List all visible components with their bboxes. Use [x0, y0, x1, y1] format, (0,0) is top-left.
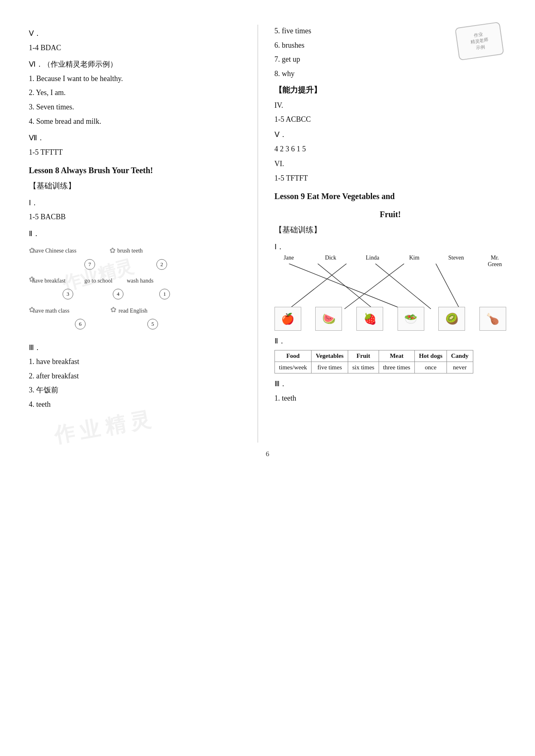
circle-5: 5: [147, 319, 158, 329]
page-number: 6: [29, 450, 506, 458]
food-table: Food Vegetables Fruit Meat Hot dogs Cand…: [274, 350, 473, 373]
circle-1: 1: [159, 289, 170, 299]
td-never: never: [447, 362, 473, 373]
icon-strawberry: 🍓: [356, 307, 383, 331]
I-label: Ⅰ．: [29, 197, 249, 209]
icon-kiwi: 🥝: [438, 307, 465, 331]
IV-label: IV.: [274, 99, 506, 112]
vi-item-2: 2. Yes, I am.: [29, 86, 249, 99]
vii-answer: 1-5 TFTTT: [29, 146, 249, 159]
icons-row: 🍎 🍉 🍓 🥗 🥝 🍗: [274, 307, 506, 331]
td-once: once: [414, 362, 447, 373]
icon-apple: 🍎: [274, 307, 301, 331]
th-food: Food: [274, 350, 311, 362]
v-label: Ⅴ．: [29, 27, 249, 40]
deco-star-5: ✿: [110, 305, 116, 314]
right-column: 5. five times 6. brushes 7. get up 8. wh…: [258, 25, 506, 443]
v-answer: 1-4 BDAC: [29, 42, 249, 54]
circle-3: 3: [63, 289, 73, 299]
td-timesweek: times/week: [274, 362, 311, 373]
th-fruit: Fruit: [348, 350, 379, 362]
deco-star-3: ✿: [29, 275, 35, 284]
III-item-4: 4. teeth: [29, 398, 249, 411]
circle-7: 7: [84, 259, 95, 270]
VI-answer: 1-5 TFTFT: [274, 172, 506, 185]
diag-have-chinese: have Chinese class: [33, 248, 77, 254]
diag-brush-teeth: brush teeth: [117, 248, 143, 254]
right-item-8: 8. why: [274, 67, 506, 80]
diag-wash-hands: wash hands: [127, 278, 154, 284]
th-meat: Meat: [379, 350, 414, 362]
svg-line-1: [318, 264, 373, 309]
circle-4: 4: [113, 289, 123, 299]
td-fivetimes: five times: [312, 362, 348, 373]
nengli-label: 【能力提升】: [274, 84, 506, 96]
jichuxuilian2: 【基础训练】: [274, 224, 506, 236]
VI-label: VI.: [274, 158, 506, 170]
diag-read-english: read English: [119, 308, 147, 314]
diag-have-breakfast: have breakfast: [32, 278, 65, 284]
IV-answer: 1-5 ACBCC: [274, 113, 506, 126]
connect-area: Jane Dick Linda Kim Steven Mr. Green: [274, 255, 506, 331]
th-candy: Candy: [447, 350, 473, 362]
page: 作业精灵老师示例 Ⅴ． 1-4 BDAC Ⅵ．（作业精灵老师示例） 1. Bec…: [0, 0, 535, 756]
vi-label: Ⅵ．（作业精灵老师示例）: [29, 58, 249, 71]
I-answer: 1-5 BACBB: [29, 211, 249, 223]
vi-item-4: 4. Some bread and milk.: [29, 115, 249, 128]
vii-label: Ⅶ．: [29, 132, 249, 144]
svg-line-4: [344, 264, 404, 309]
td-sixtimes: six times: [348, 362, 379, 373]
svg-line-5: [436, 264, 460, 309]
diagram-area: have Chinese class brush teeth have brea…: [29, 243, 173, 337]
td-threetimes: three times: [379, 362, 414, 373]
jichuxuilian: 【基础训练】: [29, 180, 249, 192]
I2-label: Ⅰ．: [274, 241, 506, 253]
vi-item-1: 1. Because I want to be healthy.: [29, 72, 249, 85]
vi-item-3: 3. Seven times.: [29, 101, 249, 114]
wm-left-bottom: 作 业 精 灵: [52, 406, 153, 450]
II2-label: Ⅱ．: [274, 335, 506, 348]
II-label: Ⅱ．: [29, 227, 249, 240]
icon-chicken: 🍗: [479, 307, 506, 331]
V-answer: 4 2 3 6 1 5: [274, 143, 506, 155]
III-item-3: 3. 午饭前: [29, 384, 249, 397]
diag-have-math: have math class: [33, 308, 70, 314]
th-hotdogs: Hot dogs: [414, 350, 447, 362]
stamp: 作业精灵老师示例: [455, 22, 504, 61]
lesson9-title-line1: Lesson 9 Eat More Vegetables and: [274, 190, 506, 202]
th-vegetables: Vegetables: [312, 350, 348, 362]
III2-item-1: 1. teeth: [274, 392, 506, 405]
lesson8-title: Lesson 8 Always Brush Your Teeth!: [29, 164, 249, 176]
III-item-1: 1. have breakfast: [29, 355, 249, 368]
deco-star-4: ✿: [29, 305, 35, 314]
III2-label: Ⅲ．: [274, 378, 506, 390]
svg-line-2: [289, 264, 347, 309]
icon-watermelon: 🍉: [315, 307, 342, 331]
icon-salad: 🥗: [398, 307, 424, 331]
svg-line-3: [375, 264, 431, 309]
left-column: Ⅴ． 1-4 BDAC Ⅵ．（作业精灵老师示例） 1. Because I wa…: [29, 25, 258, 443]
deco-star-2: ✿: [109, 246, 116, 255]
deco-star-1: ✿: [29, 246, 35, 255]
III-item-2: 2. after breakfast: [29, 370, 249, 383]
circle-6: 6: [75, 319, 86, 329]
III-label: Ⅲ．: [29, 341, 249, 354]
lesson9-title-line2: Fruit!: [274, 208, 506, 220]
V-label: Ⅴ．: [274, 128, 506, 141]
diag-go-school: go to school: [84, 278, 112, 284]
circle-2: 2: [156, 259, 167, 270]
